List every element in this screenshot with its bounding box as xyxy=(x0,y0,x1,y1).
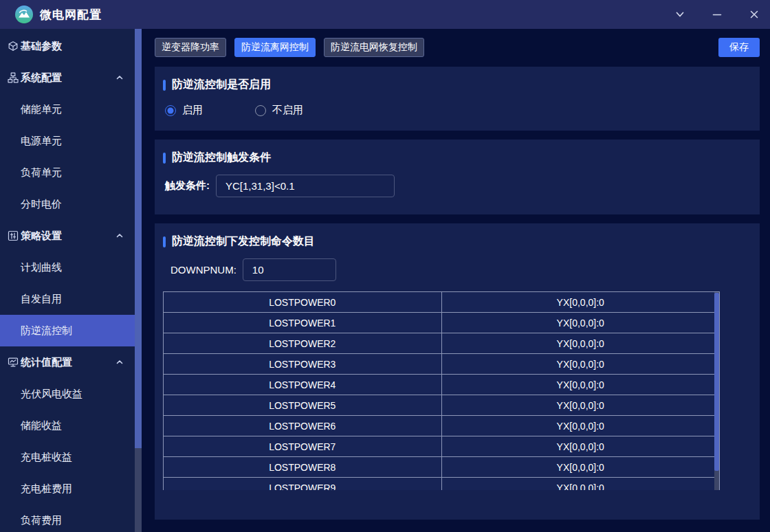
table-cell: YX[0,0,0]:0 xyxy=(442,416,720,436)
sidebar-item-label: 负荷单元 xyxy=(21,166,62,179)
sidebar-item-label: 策略设置 xyxy=(21,230,62,243)
radio-label: 启用 xyxy=(182,104,203,117)
table-scrollbar-thumb[interactable] xyxy=(714,293,719,471)
table-row[interactable]: LOSTPOWER4YX[0,0,0]:0 xyxy=(164,375,719,395)
titlebar: 微电网配置 xyxy=(0,0,770,29)
sitemap-icon xyxy=(8,72,19,83)
sidebar-item-label: 系统配置 xyxy=(21,71,62,85)
radio-option[interactable]: 不启用 xyxy=(255,104,303,117)
app-logo-icon xyxy=(15,5,33,23)
chevron-up-icon xyxy=(116,358,124,366)
table-row[interactable]: LOSTPOWER1YX[0,0,0]:0 xyxy=(164,313,719,333)
sliders-icon xyxy=(8,230,19,241)
radio-icon xyxy=(165,105,176,116)
sidebar-item[interactable]: 自发自用 xyxy=(0,283,135,315)
sidebar-item-label: 充电桩收益 xyxy=(21,451,72,464)
table-row[interactable]: LOSTPOWER3YX[0,0,0]:0 xyxy=(164,354,719,375)
save-button[interactable]: 保存 xyxy=(718,38,760,57)
app-window: 微电网配置 基础参数系统配置储能单元电源单元负荷单元分时电价策略设置计划曲线自发… xyxy=(0,0,770,532)
sidebar-item[interactable]: 统计值配置 xyxy=(0,346,135,378)
section-title: 防逆流控制下发控制命令数目 xyxy=(155,223,760,249)
table-cell: LOSTPOWER1 xyxy=(164,313,442,333)
sidebar-item[interactable]: 防逆流控制 xyxy=(0,315,135,346)
table-row[interactable]: LOSTPOWER9YX[0,0,0]:0 xyxy=(164,478,719,490)
sidebar-item[interactable]: 充电桩收益 xyxy=(0,441,135,473)
downpnum-field-row: DOWNPNUM: xyxy=(170,258,760,281)
table-cell: YX[0,0,0]:0 xyxy=(442,313,720,333)
table-row[interactable]: LOSTPOWER0YX[0,0,0]:0 xyxy=(164,292,719,313)
sidebar-item[interactable]: 充电桩费用 xyxy=(0,473,135,505)
table-cell: LOSTPOWER3 xyxy=(164,354,442,374)
table-cell: YX[0,0,0]:0 xyxy=(442,395,720,415)
title-marker xyxy=(163,153,166,164)
tab[interactable]: 防逆流电网恢复控制 xyxy=(324,38,424,57)
sidebar-item[interactable]: 系统配置 xyxy=(0,62,135,93)
section-title-text: 防逆流控制下发控制命令数目 xyxy=(172,234,315,249)
table-cell: YX[0,0,0]:0 xyxy=(442,375,720,395)
minimize-icon[interactable] xyxy=(707,4,727,25)
sidebar-item[interactable]: 计划曲线 xyxy=(0,252,135,283)
table-cell: YX[0,0,0]:0 xyxy=(442,478,720,490)
monitor-icon xyxy=(8,357,19,368)
table-cell: LOSTPOWER6 xyxy=(164,416,442,436)
sidebar-item-label: 基础参数 xyxy=(21,40,62,53)
table-row[interactable]: LOSTPOWER8YX[0,0,0]:0 xyxy=(164,457,719,478)
tab-row: 逆变器降功率防逆流离网控制防逆流电网恢复控制 保存 xyxy=(155,38,760,57)
sidebar-scrollbar-thumb[interactable] xyxy=(135,29,142,448)
table-cell: YX[0,0,0]:0 xyxy=(442,333,720,353)
sidebar-item-label: 防逆流控制 xyxy=(21,324,72,337)
section-title: 防逆流控制触发条件 xyxy=(155,140,760,165)
title-marker xyxy=(163,236,166,247)
trigger-condition-input[interactable] xyxy=(216,175,395,197)
panel-commands: 防逆流控制下发控制命令数目 DOWNPNUM: LOSTPOWER0YX[0,0… xyxy=(155,223,760,520)
panel-trigger: 防逆流控制触发条件 触发条件: xyxy=(155,140,760,214)
chevron-up-icon xyxy=(116,232,124,240)
command-table-body: LOSTPOWER0YX[0,0,0]:0LOSTPOWER1YX[0,0,0]… xyxy=(164,292,719,490)
main-content: 逆变器降功率防逆流离网控制防逆流电网恢复控制 保存 防逆流控制是否启用 启用不启… xyxy=(142,29,770,532)
section-title-text: 防逆流控制触发条件 xyxy=(172,151,271,165)
table-cell: LOSTPOWER7 xyxy=(164,436,442,456)
enable-radio-group: 启用不启用 xyxy=(165,104,760,117)
sidebar-item[interactable]: 负荷费用 xyxy=(0,505,135,532)
sidebar-item-label: 充电桩费用 xyxy=(21,483,72,496)
sidebar-item[interactable]: 光伏风电收益 xyxy=(0,378,135,410)
tab[interactable]: 防逆流离网控制 xyxy=(234,38,316,57)
window-controls xyxy=(670,4,770,25)
sidebar-item[interactable]: 策略设置 xyxy=(0,220,135,252)
table-row[interactable]: LOSTPOWER7YX[0,0,0]:0 xyxy=(164,436,719,457)
downpnum-field-label: DOWNPNUM: xyxy=(170,264,236,276)
sidebar-item[interactable]: 基础参数 xyxy=(0,30,135,62)
sidebar-item[interactable]: 分时电价 xyxy=(0,188,135,220)
radio-icon xyxy=(255,105,266,116)
table-row[interactable]: LOSTPOWER5YX[0,0,0]:0 xyxy=(164,395,719,416)
sidebar-item[interactable]: 储能收益 xyxy=(0,410,135,441)
table-cell: YX[0,0,0]:0 xyxy=(442,436,720,456)
table-cell: LOSTPOWER0 xyxy=(164,292,442,312)
table-cell: LOSTPOWER4 xyxy=(164,375,442,395)
sidebar: 基础参数系统配置储能单元电源单元负荷单元分时电价策略设置计划曲线自发自用防逆流控… xyxy=(0,29,135,532)
trigger-field-label: 触发条件: xyxy=(165,179,210,192)
radio-option[interactable]: 启用 xyxy=(165,104,203,117)
title-marker xyxy=(163,80,166,91)
sidebar-item-label: 光伏风电收益 xyxy=(21,388,82,401)
sidebar-item-label: 统计值配置 xyxy=(21,356,72,369)
table-scrollbar[interactable] xyxy=(714,292,719,490)
sidebar-scrollbar[interactable] xyxy=(135,29,142,532)
radio-label: 不启用 xyxy=(272,104,303,117)
collapse-chevron-icon[interactable] xyxy=(670,4,690,25)
panel-enable: 防逆流控制是否启用 启用不启用 xyxy=(155,67,760,131)
sidebar-item[interactable]: 电源单元 xyxy=(0,125,135,157)
sidebar-item-label: 负荷费用 xyxy=(21,514,62,527)
table-row[interactable]: LOSTPOWER6YX[0,0,0]:0 xyxy=(164,416,719,436)
downpnum-input[interactable] xyxy=(243,258,336,281)
close-icon[interactable] xyxy=(744,4,764,25)
sidebar-item-label: 计划曲线 xyxy=(21,261,62,274)
sidebar-item-label: 电源单元 xyxy=(21,135,62,148)
sidebar-item[interactable]: 储能单元 xyxy=(0,93,135,125)
section-title: 防逆流控制是否启用 xyxy=(155,67,760,92)
sidebar-item[interactable]: 负荷单元 xyxy=(0,157,135,188)
table-row[interactable]: LOSTPOWER2YX[0,0,0]:0 xyxy=(164,333,719,354)
tab[interactable]: 逆变器降功率 xyxy=(155,38,226,57)
app-title: 微电网配置 xyxy=(40,7,102,23)
table-cell: YX[0,0,0]:0 xyxy=(442,354,720,374)
